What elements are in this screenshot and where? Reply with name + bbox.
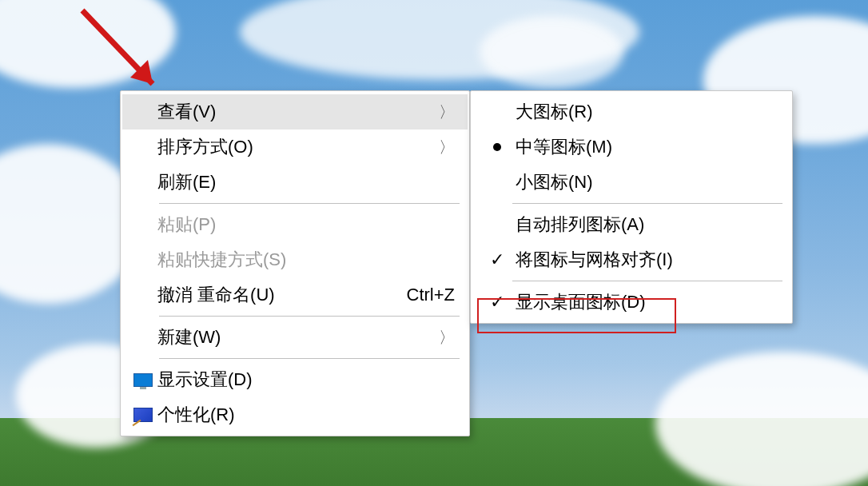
menu-separator bbox=[512, 203, 782, 204]
menu-item-refresh[interactable]: 刷新(E) bbox=[122, 165, 468, 200]
menu-item-label: 显示桌面图标(D) bbox=[516, 290, 778, 314]
check-icon: ✓ bbox=[490, 251, 504, 269]
submenu-item-medium-icons[interactable]: 中等图标(M) bbox=[472, 129, 790, 165]
menu-item-label: 刷新(E) bbox=[157, 170, 455, 194]
menu-item-paste: 粘贴(P) bbox=[122, 207, 468, 242]
menu-item-sort[interactable]: 排序方式(O) 〉 bbox=[122, 129, 468, 165]
submenu-arrow-icon: 〉 bbox=[439, 327, 455, 349]
submenu-item-auto-arrange[interactable]: 自动排列图标(A) bbox=[472, 207, 790, 242]
menu-item-label: 小图标(N) bbox=[516, 170, 778, 194]
personalize-icon bbox=[133, 408, 153, 422]
submenu-item-large-icons[interactable]: 大图标(R) bbox=[472, 94, 790, 129]
menu-separator bbox=[159, 358, 460, 359]
menu-item-personalize[interactable]: 个性化(R) bbox=[122, 397, 468, 432]
menu-item-label: 查看(V) bbox=[157, 100, 423, 124]
menu-item-label: 大图标(R) bbox=[516, 100, 778, 124]
submenu-item-small-icons[interactable]: 小图标(N) bbox=[472, 165, 790, 200]
check-icon: ✓ bbox=[490, 293, 504, 311]
menu-item-label: 新建(W) bbox=[157, 325, 423, 349]
menu-item-label: 粘贴(P) bbox=[157, 213, 455, 237]
menu-item-label: 排序方式(O) bbox=[157, 135, 423, 159]
menu-item-shortcut: Ctrl+Z bbox=[407, 285, 456, 305]
submenu-arrow-icon: 〉 bbox=[439, 102, 455, 123]
menu-separator bbox=[159, 316, 460, 317]
menu-item-paste-shortcut: 粘贴快捷方式(S) bbox=[122, 242, 468, 277]
submenu-item-align-to-grid[interactable]: ✓ 将图标与网格对齐(I) bbox=[472, 242, 790, 277]
menu-item-new[interactable]: 新建(W) 〉 bbox=[122, 320, 468, 355]
submenu-item-show-desktop-icons[interactable]: ✓ 显示桌面图标(D) bbox=[472, 285, 790, 320]
menu-item-label: 将图标与网格对齐(I) bbox=[516, 248, 778, 272]
menu-item-display-settings[interactable]: 显示设置(D) bbox=[122, 362, 468, 397]
view-submenu: 大图标(R) 中等图标(M) 小图标(N) 自动排列图标(A) ✓ 将图标与网格… bbox=[470, 90, 793, 324]
desktop-context-menu: 查看(V) 〉 排序方式(O) 〉 刷新(E) 粘贴(P) 粘贴快捷方式(S) … bbox=[120, 90, 470, 436]
menu-item-label: 显示设置(D) bbox=[157, 368, 455, 392]
menu-item-label: 撤消 重命名(U) bbox=[157, 283, 383, 307]
menu-item-undo-rename[interactable]: 撤消 重命名(U) Ctrl+Z bbox=[122, 277, 468, 313]
menu-item-label: 自动排列图标(A) bbox=[516, 213, 778, 237]
menu-item-label: 中等图标(M) bbox=[516, 135, 778, 159]
menu-item-label: 粘贴快捷方式(S) bbox=[157, 248, 455, 272]
radio-selected-icon bbox=[493, 143, 501, 151]
submenu-arrow-icon: 〉 bbox=[439, 137, 455, 158]
monitor-icon bbox=[133, 373, 153, 387]
menu-item-label: 个性化(R) bbox=[157, 403, 455, 427]
menu-item-view[interactable]: 查看(V) 〉 bbox=[122, 94, 468, 129]
menu-separator bbox=[159, 203, 460, 204]
menu-separator bbox=[512, 281, 782, 281]
